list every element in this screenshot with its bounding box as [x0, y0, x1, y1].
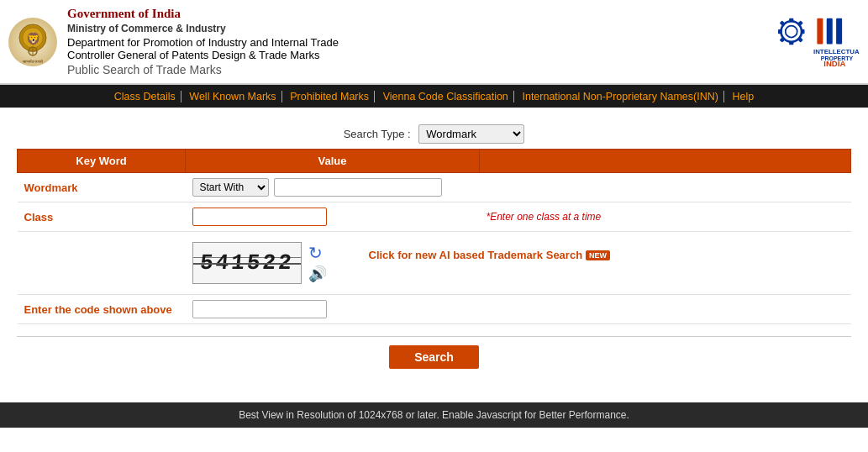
new-badge: NEW — [586, 250, 610, 260]
search-button[interactable]: Search — [389, 345, 479, 369]
captcha-cell: 541522 ↻ 🔊 Click for new AI based Tradem… — [186, 232, 851, 295]
search-button-row: Search — [17, 345, 851, 369]
wordmark-inputs: Start With Contains Match With — [192, 178, 473, 197]
header-text-block: Government of India Ministry of Commerce… — [67, 7, 339, 76]
captcha-image: 541522 — [192, 242, 302, 284]
header: 🦁 सत्यमेव जयते Government of India Minis… — [0, 0, 868, 85]
class-note-cell: *Enter one class at a time — [480, 202, 851, 232]
nav-class-details[interactable]: Class Details — [109, 91, 181, 102]
wordmark-text-input[interactable] — [274, 178, 442, 197]
refresh-icon[interactable]: ↻ — [308, 243, 327, 263]
class-value-cell — [186, 202, 480, 232]
nav-well-known-marks[interactable]: Well Known Marks — [184, 91, 281, 102]
navbar: Class Details Well Known Marks Prohibite… — [0, 85, 868, 108]
header-title: Government of India — [67, 7, 339, 21]
svg-text:🦁: 🦁 — [26, 32, 41, 46]
table-row-captcha: 541522 ↻ 🔊 Click for new AI based Tradem… — [18, 232, 851, 295]
captcha-input-cell — [186, 295, 480, 324]
table-row-captcha-input: Enter the code shown above — [18, 295, 851, 324]
table-row-class: Class *Enter one class at a time — [18, 202, 851, 232]
col-keyword: Key Word — [18, 150, 186, 173]
svg-rect-19 — [827, 18, 833, 45]
footer-text: Best View in Resolution of 1024x768 or l… — [239, 409, 629, 421]
class-label: Class — [18, 202, 186, 232]
header-logo: INTELLECTUAL PROPERTY INDIA — [759, 11, 860, 72]
nav-prohibited-marks[interactable]: Prohibited Marks — [285, 91, 375, 102]
main-content: Search Type : Wordmark Phonetic Vienna C… — [0, 108, 868, 394]
svg-text:INTELLECTUAL: INTELLECTUAL — [813, 48, 860, 55]
svg-rect-12 — [778, 29, 781, 34]
search-table: Key Word Value Wordmark Start With Conta… — [17, 149, 851, 324]
header-public: Public Search of Trade Marks — [67, 63, 339, 76]
header-subtitle2: Department for Promotion of Industry and… — [67, 36, 339, 49]
captcha-image-row: 541522 ↻ 🔊 — [192, 242, 327, 284]
wordmark-value-cell: Start With Contains Match With — [186, 173, 480, 202]
col-3 — [480, 150, 851, 173]
captcha-display-text: 541522 — [198, 250, 294, 276]
divider — [17, 336, 851, 337]
wordmark-label: Wordmark — [18, 173, 186, 202]
nav-help[interactable]: Help — [728, 91, 760, 102]
svg-rect-20 — [836, 18, 842, 45]
search-type-row: Search Type : Wordmark Phonetic Vienna C… — [17, 124, 851, 144]
audio-icon[interactable]: 🔊 — [308, 265, 327, 283]
captcha-icon-group: ↻ 🔊 — [308, 243, 327, 283]
svg-rect-13 — [801, 29, 804, 34]
start-with-select[interactable]: Start With Contains Match With — [192, 178, 269, 197]
captcha-input[interactable] — [192, 300, 327, 318]
header-subtitle3: Controller General of Patents Design & T… — [67, 49, 339, 61]
class-input[interactable] — [192, 208, 327, 226]
table-row-wordmark: Wordmark Start With Contains Match With — [18, 173, 851, 202]
header-left: 🦁 सत्यमेव जयते Government of India Minis… — [8, 7, 339, 76]
ai-search-link[interactable]: Click for new AI based Trademark Search — [369, 249, 583, 261]
footer: Best View in Resolution of 1024x768 or l… — [0, 402, 868, 428]
captcha-input-extra — [480, 295, 851, 324]
svg-text:सत्यमेव जयते: सत्यमेव जयते — [22, 59, 43, 64]
ai-search-block: Click for new AI based Trademark Search … — [369, 249, 611, 261]
svg-text:INDIA: INDIA — [823, 59, 845, 68]
col-value: Value — [186, 150, 480, 173]
captcha-empty-label — [18, 232, 186, 295]
svg-rect-11 — [789, 41, 793, 45]
captcha-block: 541522 ↻ 🔊 — [192, 242, 327, 284]
search-type-select[interactable]: Wordmark Phonetic Vienna Code Proprietor… — [418, 124, 524, 144]
class-note: *Enter one class at a time — [487, 211, 602, 223]
svg-rect-18 — [817, 18, 823, 45]
ip-india-logo-svg: INTELLECTUAL PROPERTY INDIA — [767, 11, 860, 70]
header-subtitle1: Ministry of Commerce & Industry — [67, 21, 339, 36]
nav-vienna-code[interactable]: Vienna Code Classification — [378, 91, 514, 102]
wordmark-extra — [480, 173, 851, 202]
svg-rect-10 — [789, 18, 793, 22]
emblem-icon: 🦁 सत्यमेव जयते — [8, 18, 57, 66]
captcha-input-label: Enter the code shown above — [18, 295, 186, 324]
nav-inn[interactable]: International Non-Proprietary Names(INN) — [517, 91, 723, 102]
search-type-label: Search Type : — [344, 128, 411, 140]
